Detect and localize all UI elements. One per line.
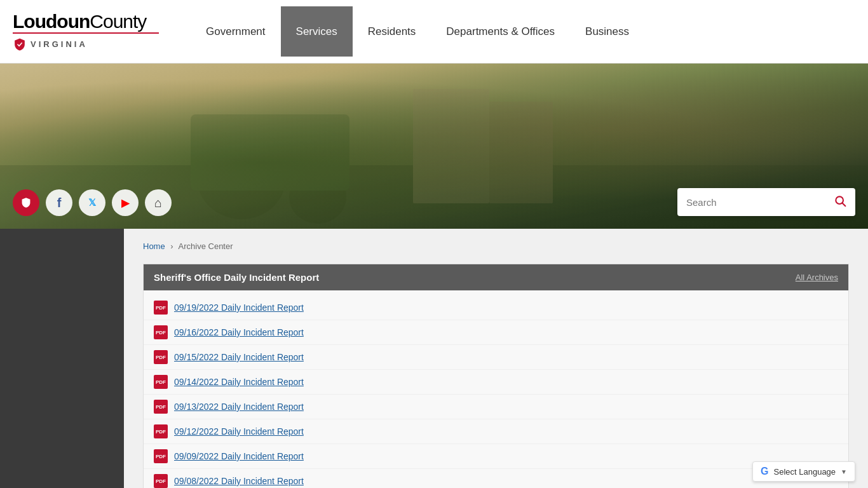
pdf-icon: PDF (154, 449, 168, 463)
facebook-icon[interactable]: f (46, 189, 72, 216)
archive-report-link[interactable]: 09/19/2022 Daily Incident Report (174, 302, 304, 313)
archive-report-link[interactable]: 09/08/2022 Daily Incident Report (174, 476, 304, 486)
nav-business[interactable]: Business (570, 6, 644, 57)
sidebar (0, 229, 124, 488)
logo-thin: County (90, 11, 146, 32)
content-area: Home › Archive Center Sheriff's Office D… (124, 229, 868, 488)
site-logo-text: LoudounCounty (13, 12, 146, 31)
svg-rect-4 (413, 89, 489, 203)
main-nav: Government Services Residents Department… (191, 6, 855, 57)
shield-social-icon[interactable] (13, 189, 39, 216)
youtube-icon[interactable]: ▶ (112, 189, 139, 216)
logo-virginia: VIRGINIA (31, 39, 88, 49)
archive-list: PDF09/19/2022 Daily Incident ReportPDF09… (144, 290, 848, 488)
svg-rect-3 (191, 114, 349, 191)
pdf-icon: PDF (154, 325, 168, 339)
search-input[interactable] (677, 197, 825, 208)
pdf-icon: PDF (154, 301, 168, 315)
archive-item: PDF09/15/2022 Daily Incident Report (144, 345, 848, 370)
pdf-icon: PDF (154, 350, 168, 364)
svg-line-7 (843, 203, 846, 206)
search-button[interactable] (825, 194, 855, 210)
archive-header: Sheriff's Office Daily Incident Report A… (144, 264, 848, 290)
site-header: LoudounCounty VIRGINIA Government Servic… (0, 0, 868, 64)
google-g-icon: G (761, 466, 768, 477)
all-archives-link[interactable]: All Archives (796, 273, 838, 282)
nav-residents[interactable]: Residents (353, 6, 431, 57)
archive-section: Sheriff's Office Daily Incident Report A… (143, 264, 849, 488)
breadcrumb-separator: › (170, 241, 173, 251)
logo-sub: VIRGINIA (13, 37, 88, 51)
main-content: Home › Archive Center Sheriff's Office D… (0, 229, 868, 488)
archive-item: PDF09/19/2022 Daily Incident Report (144, 295, 848, 320)
archive-item: PDF09/13/2022 Daily Incident Report (144, 395, 848, 419)
archive-report-link[interactable]: 09/13/2022 Daily Incident Report (174, 402, 304, 412)
social-bar: f 𝕏 ▶ ⌂ (13, 189, 172, 216)
nav-government[interactable]: Government (191, 6, 281, 57)
archive-report-link[interactable]: 09/09/2022 Daily Incident Report (174, 451, 304, 461)
archive-report-link[interactable]: 09/16/2022 Daily Incident Report (174, 327, 304, 337)
pdf-icon: PDF (154, 375, 168, 389)
hero-banner: f 𝕏 ▶ ⌂ (0, 64, 868, 229)
archive-item: PDF09/08/2022 Daily Incident Report (144, 469, 848, 488)
pdf-icon: PDF (154, 474, 168, 488)
breadcrumb: Home › Archive Center (143, 241, 849, 251)
archive-item: PDF09/09/2022 Daily Incident Report (144, 444, 848, 469)
breadcrumb-current: Archive Center (179, 241, 233, 251)
archive-item: PDF09/16/2022 Daily Incident Report (144, 320, 848, 345)
pdf-icon: PDF (154, 400, 168, 414)
archive-title: Sheriff's Office Daily Incident Report (154, 272, 319, 283)
breadcrumb-home[interactable]: Home (143, 241, 165, 251)
archive-report-link[interactable]: 09/15/2022 Daily Incident Report (174, 352, 304, 362)
chevron-down-icon: ▼ (841, 468, 847, 475)
archive-item: PDF09/12/2022 Daily Incident Report (144, 419, 848, 444)
svg-rect-5 (489, 102, 553, 203)
shield-icon (13, 37, 27, 51)
pdf-icon: PDF (154, 424, 168, 438)
logo-area[interactable]: LoudounCounty VIRGINIA (13, 12, 178, 51)
home-icon[interactable]: ⌂ (145, 189, 172, 216)
nav-services[interactable]: Services (281, 6, 353, 57)
language-selector[interactable]: G Select Language ▼ (752, 461, 855, 482)
select-language-label: Select Language (774, 467, 836, 477)
search-bar (677, 188, 855, 216)
archive-item: PDF09/14/2022 Daily Incident Report (144, 370, 848, 395)
nav-departments[interactable]: Departments & Offices (431, 6, 570, 57)
archive-report-link[interactable]: 09/14/2022 Daily Incident Report (174, 377, 304, 387)
archive-report-link[interactable]: 09/12/2022 Daily Incident Report (174, 426, 304, 437)
logo-bold: Loudoun (13, 11, 90, 32)
twitter-icon[interactable]: 𝕏 (79, 189, 105, 216)
